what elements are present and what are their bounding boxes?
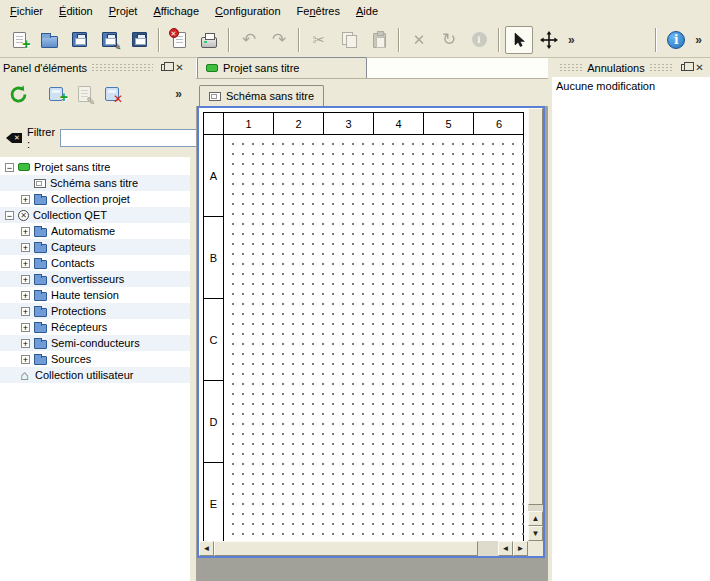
print-button[interactable]	[195, 26, 223, 54]
cut-button[interactable]: ✂	[305, 26, 333, 54]
tree-item-haute-tension[interactable]: Haute tension	[0, 287, 190, 303]
tree-item-collection-qet[interactable]: Collection QET	[0, 207, 190, 223]
paste-button[interactable]	[365, 26, 393, 54]
menu-aide[interactable]: Aide	[348, 0, 386, 22]
panel-toolbar-overflow-chevron[interactable]: »	[171, 87, 186, 101]
delete-element-icon	[105, 87, 119, 101]
rotate-button[interactable]: ↻	[435, 26, 463, 54]
tree-item-collection-utilisateur[interactable]: Collection utilisateur	[0, 367, 190, 383]
scroll-left-button[interactable]: ◄	[498, 541, 513, 556]
clear-filter-icon[interactable]	[6, 133, 22, 143]
tree-item-project[interactable]: Projet sans titre	[0, 159, 190, 175]
close-file-button[interactable]	[165, 26, 193, 54]
qelectrotech-window: Fichier Édition Projet Affichage Configu…	[0, 0, 710, 581]
expand-toggle-icon[interactable]	[21, 195, 30, 204]
collapse-toggle-icon[interactable]	[5, 163, 14, 172]
scroll-up-button[interactable]: ▲	[528, 511, 543, 526]
tree-item-label: Collection utilisateur	[35, 369, 133, 381]
dock-grip-texture[interactable]	[91, 63, 153, 72]
vertical-scrollbar-thumb[interactable]	[528, 108, 543, 505]
tree-item-convertisseurs[interactable]: Convertisseurs	[0, 271, 190, 287]
expand-toggle-icon[interactable]	[21, 227, 30, 236]
menu-affichage[interactable]: Affichage	[145, 0, 207, 22]
expand-toggle-icon[interactable]	[21, 259, 30, 268]
close-button[interactable]	[692, 61, 707, 75]
dock-grip-texture[interactable]	[649, 63, 673, 72]
menu-fenetres[interactable]: Fenêtres	[289, 0, 348, 22]
toolbar-overflow-chevron[interactable]: »	[564, 33, 579, 47]
toolbar-overflow-chevron[interactable]: »	[691, 33, 706, 47]
redo-button[interactable]: ↷	[265, 26, 293, 54]
toolbar-separator	[655, 28, 657, 52]
copy-button[interactable]	[335, 26, 363, 54]
tree-item-semi-conducteurs[interactable]: Semi-conducteurs	[0, 335, 190, 351]
folder-icon	[34, 276, 47, 285]
about-button[interactable]	[662, 26, 690, 54]
scroll-right-button[interactable]: ►	[513, 541, 528, 556]
scroll-down-button[interactable]: ▼	[528, 526, 543, 541]
elements-panel-titlebar[interactable]: Panel d'éléments	[0, 58, 190, 77]
reload-collections-button[interactable]	[4, 80, 32, 108]
row-header: E	[204, 463, 224, 541]
tree-item-automatisme[interactable]: Automatisme	[0, 223, 190, 239]
expand-toggle-icon[interactable]	[21, 291, 30, 300]
expand-toggle-icon[interactable]	[21, 339, 30, 348]
tab-projet-sans-titre[interactable]: Projet sans titre	[197, 57, 367, 78]
tree-item-recepteurs[interactable]: Récepteurs	[0, 319, 190, 335]
undo-button[interactable]: ↶	[235, 26, 263, 54]
tree-item-protections[interactable]: Protections	[0, 303, 190, 319]
float-button[interactable]	[157, 61, 172, 75]
open-project-button[interactable]	[35, 26, 63, 54]
vertical-scrollbar[interactable]: ▲ ▼	[528, 108, 543, 541]
tree-item-collection-projet[interactable]: Collection projet	[0, 191, 190, 207]
schema-view-window: 1 2 3 4 5 6 A B C D E	[197, 106, 545, 558]
menu-fichier[interactable]: Fichier	[2, 0, 51, 22]
column-header: 5	[424, 113, 474, 135]
about-info-icon	[667, 31, 685, 49]
dock-grip-texture[interactable]	[559, 63, 583, 72]
paste-icon	[373, 33, 386, 48]
collapse-toggle-icon[interactable]	[5, 211, 14, 220]
undo-dock-title: Annulations	[587, 62, 645, 74]
save-as-button[interactable]	[95, 26, 123, 54]
expand-toggle-icon[interactable]	[21, 275, 30, 284]
scroll-left-button[interactable]: ◄	[199, 541, 214, 556]
close-button[interactable]	[172, 61, 187, 75]
delete-button[interactable]: ✕	[405, 26, 433, 54]
tree-item-contacts[interactable]: Contacts	[0, 255, 190, 271]
tree-item-schema[interactable]: Schéma sans titre	[0, 175, 190, 191]
delete-element-button[interactable]	[98, 80, 126, 108]
undo-list[interactable]: Aucune modification	[552, 77, 710, 581]
close-icon	[695, 63, 703, 73]
horizontal-scrollbar-track[interactable]	[478, 541, 498, 556]
row-header: B	[204, 217, 224, 299]
schema-canvas[interactable]: 1 2 3 4 5 6 A B C D E	[199, 108, 528, 541]
menu-edition[interactable]: Édition	[51, 0, 101, 22]
dotted-grid-area[interactable]	[224, 135, 524, 541]
properties-button[interactable]	[465, 26, 493, 54]
new-project-button[interactable]	[5, 26, 33, 54]
pan-mode-button[interactable]	[535, 26, 563, 54]
edit-element-button[interactable]	[70, 80, 98, 108]
undo-dock-titlebar[interactable]: Annulations	[552, 58, 710, 77]
tree-item-capteurs[interactable]: Capteurs	[0, 239, 190, 255]
rotate-icon: ↻	[442, 31, 456, 48]
horizontal-scrollbar-thumb[interactable]	[214, 541, 478, 556]
menu-projet[interactable]: Projet	[101, 0, 146, 22]
float-button[interactable]	[677, 61, 692, 75]
select-mode-button[interactable]	[505, 26, 533, 54]
new-element-button[interactable]	[42, 80, 70, 108]
save-all-button[interactable]	[125, 26, 153, 54]
expand-toggle-icon[interactable]	[21, 307, 30, 316]
tree-item-sources[interactable]: Sources	[0, 351, 190, 367]
save-button[interactable]	[65, 26, 93, 54]
save-as-icon	[102, 32, 117, 47]
expand-toggle-icon[interactable]	[21, 323, 30, 332]
filter-input[interactable]	[60, 129, 210, 147]
menu-configuration[interactable]: Configuration	[207, 0, 288, 22]
schema-icon	[209, 92, 221, 101]
tab-schema-sans-titre[interactable]: Schéma sans titre	[199, 85, 324, 106]
horizontal-scrollbar[interactable]: ◄ ◄ ►	[199, 541, 528, 556]
expand-toggle-icon[interactable]	[21, 243, 30, 252]
expand-toggle-icon[interactable]	[21, 355, 30, 364]
